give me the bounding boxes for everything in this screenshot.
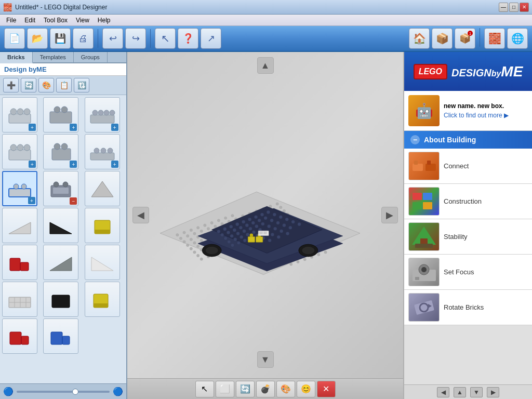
svg-rect-46 (94, 303, 108, 308)
viewport-toolbar: ↖ ⬜ 🔄 💣 🎨 😊 ✕ (127, 378, 403, 399)
svg-point-128 (276, 203, 278, 205)
promo-content: new name. new box. Click to find out mor… (444, 102, 509, 119)
main-layout: Bricks Templates Groups Design byME ➕ 🔄 … (0, 52, 532, 399)
brick-item[interactable]: − (43, 171, 78, 206)
filter-add-btn[interactable]: ➕ (3, 78, 19, 92)
minimize-button[interactable]: — (499, 3, 508, 12)
svg-point-57 (217, 219, 220, 222)
tab-bricks[interactable]: Bricks (0, 52, 33, 63)
menu-view[interactable]: View (72, 16, 94, 25)
about-building-header[interactable]: − About Building (404, 131, 532, 149)
undo-button[interactable]: ↩ (102, 28, 123, 49)
brick-add-badge: + (70, 124, 77, 131)
menu-file[interactable]: File (2, 16, 20, 25)
promo-link[interactable]: Click to find out more ▶ (444, 112, 509, 119)
viewport-up-arrow[interactable]: ▲ (257, 57, 274, 74)
nav-up-btn[interactable]: ▲ (454, 387, 466, 397)
color-tool-btn[interactable]: 🎨 (276, 381, 295, 397)
svg-point-251 (233, 238, 237, 242)
menu-edit[interactable]: Edit (20, 16, 39, 25)
svg-point-223 (279, 215, 283, 219)
brick-item[interactable] (2, 318, 37, 354)
brick-item[interactable]: + (85, 97, 120, 132)
viewport-right-arrow[interactable]: ▶ (381, 207, 398, 223)
tutorial-item-construction[interactable]: Construction (404, 184, 532, 219)
minifig-tool-btn[interactable]: 😊 (297, 381, 315, 397)
redo-button[interactable]: ↪ (125, 28, 146, 49)
brick-item[interactable] (85, 245, 120, 280)
tab-templates[interactable]: Templates (33, 52, 74, 62)
zoom-handle[interactable] (72, 389, 78, 395)
filter-rotate-btn[interactable]: 🔄 (21, 78, 36, 92)
nav-left-btn[interactable]: ◀ (437, 387, 449, 397)
delete-tool-btn[interactable]: 💣 (256, 381, 275, 397)
close-tool-btn[interactable]: ✕ (317, 381, 336, 397)
filter-reset-btn[interactable]: 🔃 (74, 78, 89, 92)
rotate-tool-btn[interactable]: 🔄 (236, 381, 255, 397)
brick-item[interactable] (2, 245, 37, 280)
svg-rect-35 (10, 258, 20, 271)
brick-item[interactable]: + (85, 134, 120, 169)
help-button[interactable]: ❓ (178, 28, 198, 49)
svg-point-230 (239, 226, 243, 230)
promo-banner[interactable]: 🤖 new name. new box. Click to find out m… (404, 91, 532, 131)
svg-point-79 (193, 242, 196, 244)
view-button-5[interactable]: 🌐 (507, 28, 528, 49)
brick-item[interactable] (85, 208, 120, 243)
svg-point-269 (302, 247, 314, 255)
open-button[interactable]: 📂 (27, 28, 48, 49)
filter-color-btn[interactable]: 🎨 (38, 78, 54, 92)
view-button-4[interactable]: 🧱 (484, 28, 505, 49)
zoom-slider[interactable] (17, 391, 110, 393)
view-button-2[interactable]: 📦 (432, 28, 453, 49)
brick-item[interactable] (43, 282, 78, 317)
brick-item[interactable]: + (2, 134, 37, 169)
view-button-1[interactable]: 🏠 (409, 28, 430, 49)
select-tool-btn[interactable]: ↖ (195, 381, 214, 397)
add-brick-btn[interactable]: ⬜ (216, 381, 234, 397)
brick-item[interactable] (2, 208, 37, 243)
brick-item[interactable]: + (43, 97, 78, 132)
window-controls: — □ ✕ (499, 3, 529, 12)
view-button-3[interactable]: 📦1 (455, 28, 475, 49)
filter-copy-btn[interactable]: 📋 (56, 78, 72, 92)
brick-item[interactable] (85, 171, 120, 206)
zoom-in-btn[interactable]: 🔵 (113, 387, 123, 396)
select-tool[interactable]: ↖ (155, 28, 176, 49)
menu-toolbox[interactable]: Tool Box (39, 16, 72, 25)
tutorial-item-connect[interactable]: Connect (404, 149, 532, 184)
svg-point-58 (224, 217, 227, 219)
brick-item[interactable]: + (2, 171, 37, 206)
menu-help[interactable]: Help (94, 16, 115, 25)
toolbar-separator-2 (150, 29, 151, 48)
zoom-out-btn[interactable]: 🔵 (3, 387, 14, 396)
right-scrollable-content: − About Building Connect (404, 131, 532, 384)
save-button[interactable]: 💾 (50, 28, 71, 49)
tutorial-item-setfocus[interactable]: Set Focus (404, 255, 532, 290)
brick-item[interactable] (85, 282, 120, 317)
brick-item[interactable]: + (2, 97, 37, 132)
brick-item[interactable] (43, 208, 78, 243)
svg-point-64 (207, 228, 209, 230)
svg-point-233 (258, 219, 261, 222)
tutorial-item-rotatebricks[interactable]: Rotate Bricks (404, 290, 532, 325)
nav-down-btn[interactable]: ▼ (470, 387, 483, 397)
brick-item[interactable] (43, 318, 78, 354)
nav-right-btn[interactable]: ▶ (487, 387, 499, 397)
svg-rect-281 (413, 193, 422, 200)
svg-point-208 (297, 260, 299, 263)
tab-groups[interactable]: Groups (74, 52, 108, 62)
external-link-button[interactable]: ↗ (201, 28, 221, 49)
print-button[interactable]: 🖨 (73, 28, 94, 49)
svg-point-63 (200, 230, 203, 232)
close-button[interactable]: ✕ (520, 3, 529, 12)
maximize-button[interactable]: □ (509, 3, 518, 12)
brick-item[interactable]: + (43, 134, 78, 169)
brick-item[interactable] (2, 282, 37, 317)
new-button[interactable]: 📄 (4, 28, 25, 49)
svg-point-14 (17, 144, 23, 151)
brick-item[interactable] (43, 245, 78, 280)
about-building-collapse-btn[interactable]: − (410, 135, 420, 144)
svg-point-28 (54, 182, 59, 187)
tutorial-item-stability[interactable]: Stability (404, 219, 532, 255)
